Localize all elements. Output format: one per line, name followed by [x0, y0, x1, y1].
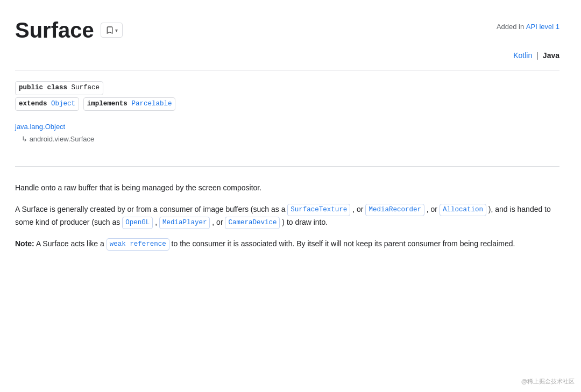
code-section: public class Surface extends Object impl… — [15, 81, 559, 111]
desc-para-2: A Surface is generally created by or fro… — [15, 203, 559, 229]
allocation-link[interactable]: Allocation — [440, 204, 486, 216]
code-extends: extends Object — [15, 97, 79, 111]
header-left: Surface ▾ — [15, 17, 123, 43]
para3-text2: to the consumer it is associated with. B… — [172, 239, 515, 248]
description-section: Handle onto a raw buffer that is being m… — [15, 182, 559, 251]
para2-text6: , or — [212, 218, 223, 226]
desc-para-1: Handle onto a raw buffer that is being m… — [15, 182, 559, 195]
para3-text1: A Surface acts like a — [36, 239, 104, 248]
footer-watermark: @稀上掘金技术社区 — [521, 377, 575, 387]
opengl-link[interactable]: OpenGL — [122, 217, 153, 229]
note-label: Note: — [15, 239, 34, 248]
para2-text3: , or — [427, 205, 437, 213]
inheritance-child-name: android.view.Surface — [30, 135, 95, 143]
media-player-link[interactable]: MediaPlayer — [159, 217, 210, 229]
code-line-2: extends Object implements Parcelable — [15, 97, 559, 111]
inheritance-section: java.lang.Object ↳ android.view.Surface — [15, 122, 559, 145]
para2-text7: ) to draw into. — [282, 218, 328, 226]
inheritance-root-link[interactable]: java.lang.Object — [15, 123, 65, 131]
code-declaration: public class Surface — [15, 81, 103, 95]
header-divider — [15, 70, 559, 70]
inheritance-child: ↳ android.view.Surface — [22, 134, 559, 145]
parent-class: Object — [51, 100, 75, 108]
bookmark-icon — [105, 26, 114, 34]
lang-divider: | — [536, 49, 539, 61]
api-level-link[interactable]: API level 1 — [526, 23, 559, 31]
code-implements: implements Parcelable — [83, 97, 176, 111]
keyword-implements: implements — [87, 100, 127, 108]
surface-texture-link[interactable]: SurfaceTexture — [287, 204, 350, 216]
keyword-public: public — [19, 84, 43, 91]
tab-java[interactable]: Java — [543, 47, 559, 63]
header-right: Added in API level 1 — [497, 17, 559, 33]
page-container: Surface ▾ Added in API level 1 Kotlin | … — [0, 0, 581, 276]
media-recorder-link[interactable]: MediaRecorder — [365, 204, 424, 216]
code-block: public class Surface extends Object impl… — [15, 81, 559, 111]
code-line-1: public class Surface — [15, 81, 559, 95]
class-name: Surface — [72, 84, 100, 91]
weak-reference-link[interactable]: weak reference — [107, 238, 169, 251]
page-title: Surface — [15, 17, 94, 43]
added-in-label: Added in — [497, 23, 524, 31]
camera-device-link[interactable]: CameraDevice — [225, 217, 280, 229]
tab-kotlin[interactable]: Kotlin — [513, 47, 532, 63]
header: Surface ▾ Added in API level 1 — [15, 17, 559, 43]
chevron-down-icon: ▾ — [115, 27, 118, 33]
keyword-class: class — [47, 84, 68, 91]
keyword-extends: extends — [19, 100, 47, 108]
desc-para-3: Note: A Surface acts like a weak referen… — [15, 238, 559, 251]
bookmark-button[interactable]: ▾ — [101, 23, 123, 38]
lang-tabs: Kotlin | Java — [15, 47, 559, 70]
para2-text2: , or — [352, 205, 363, 213]
inheritance-arrow: ↳ — [22, 135, 27, 143]
para2-prefix: A Surface is generally created by or fro… — [15, 205, 285, 213]
content-divider — [15, 166, 559, 167]
para2-text5: , — [155, 218, 157, 226]
interface-name: Parcelable — [131, 100, 172, 108]
